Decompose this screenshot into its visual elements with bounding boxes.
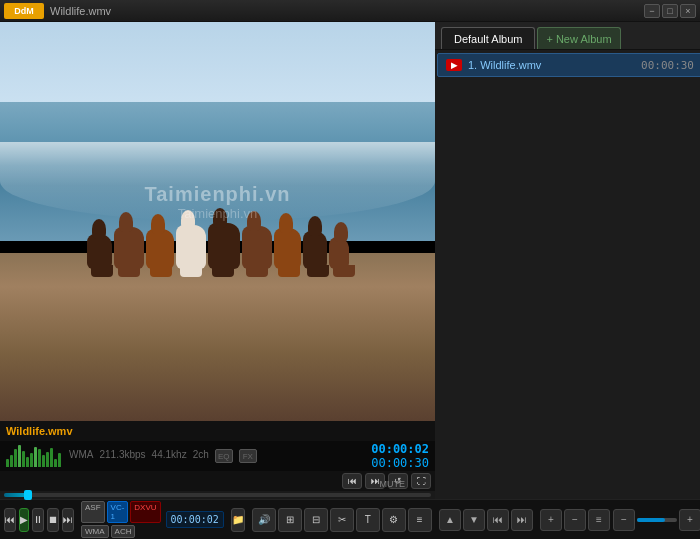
minimize-button[interactable]: − xyxy=(644,4,660,18)
extra-ctrl-group: 🔊 ⊞ ⊟ ✂ T ⚙ ≡ xyxy=(252,508,432,532)
horse-5 xyxy=(208,223,240,269)
right-panel: Default Album + New Album ▶ 1. Wildlife.… xyxy=(435,22,700,539)
mute-label: MUTE xyxy=(380,479,406,489)
ach-badge[interactable]: ACH xyxy=(111,525,136,538)
time-display-area: 00:00:02 00:00:30 xyxy=(371,442,429,470)
fullscreen-button[interactable]: ⛶ xyxy=(411,473,431,489)
vol-down-button[interactable]: − xyxy=(613,509,635,531)
spec-bar-7 xyxy=(30,453,33,467)
horse-8 xyxy=(303,231,327,269)
title-bar: DdM Wildlife.wmv − □ × xyxy=(0,0,700,22)
window-controls: − □ × xyxy=(644,4,696,18)
spec-bar-5 xyxy=(22,451,25,467)
total-time: 00:00:30 xyxy=(371,456,429,470)
playlist-area[interactable]: ▶ 1. Wildlife.wmv 00:00:30 xyxy=(435,50,700,499)
progress-fill xyxy=(4,493,30,497)
new-album-tab[interactable]: + New Album xyxy=(537,27,620,49)
zoom-btn[interactable]: ⊟ xyxy=(304,508,328,532)
last-button[interactable]: ⏭ xyxy=(511,509,533,531)
audio-btn[interactable]: 🔊 xyxy=(252,508,276,532)
move-down-button[interactable]: ▼ xyxy=(463,509,485,531)
controls-bar: ⏮ ▶ ⏸ ⏹ ⏭ ASF VC-1 DXVU WMA ACH 00:00:02… xyxy=(0,499,435,539)
spec-bar-2 xyxy=(10,455,13,467)
aspect-btn[interactable]: ⊞ xyxy=(278,508,302,532)
spectrum-visual xyxy=(6,445,61,467)
nav-controls: ▲ ▼ ⏮ ⏭ xyxy=(439,509,533,531)
vol-slider[interactable] xyxy=(637,518,677,522)
progress-area[interactable]: MUTE xyxy=(0,491,435,499)
info-bar: Wildlife.wmv xyxy=(0,421,435,441)
next-button[interactable]: ⏭ xyxy=(62,508,74,532)
horse-7 xyxy=(274,228,301,269)
playlist-item[interactable]: ▶ 1. Wildlife.wmv 00:00:30 xyxy=(437,53,700,77)
vol-fill xyxy=(637,518,665,522)
right-controls-group: + − ≡ xyxy=(540,509,610,531)
spec-bar-10 xyxy=(42,455,45,467)
time-counter: 00:00:02 xyxy=(166,511,224,528)
channels-label: 2ch xyxy=(193,449,209,463)
asf-badge[interactable]: ASF xyxy=(81,501,105,523)
vol-area: − + xyxy=(613,509,700,531)
horses-layer xyxy=(0,158,435,270)
sub-btn[interactable]: T xyxy=(356,508,380,532)
current-time: 00:00:02 xyxy=(371,442,429,456)
playlist-item-name: 1. Wildlife.wmv xyxy=(468,59,641,71)
app-logo: DdM xyxy=(4,3,44,19)
playlist-item-icon: ▶ xyxy=(446,59,462,71)
prev-button[interactable]: ⏮ xyxy=(4,508,16,532)
dxvu-badge[interactable]: DXVU xyxy=(130,501,160,523)
new-album-label: New Album xyxy=(556,33,612,45)
video-canvas xyxy=(0,22,435,421)
first-button[interactable]: ⏮ xyxy=(487,509,509,531)
playlist-item-duration: 00:00:30 xyxy=(641,59,694,72)
settings-btn[interactable]: ⚙ xyxy=(382,508,406,532)
fx-button[interactable]: FX xyxy=(239,449,257,463)
crop-btn[interactable]: ✂ xyxy=(330,508,354,532)
spec-bar-14 xyxy=(58,453,61,467)
wma-badge[interactable]: WMA xyxy=(81,525,109,538)
spec-bar-3 xyxy=(14,449,17,467)
track-title: Wildlife.wmv xyxy=(6,425,73,437)
move-up-button[interactable]: ▲ xyxy=(439,509,461,531)
playback-buttons-row: ⏮ ⏭ ↺ ⛶ xyxy=(0,471,435,491)
horse-4 xyxy=(176,225,206,269)
spec-bar-4 xyxy=(18,445,21,467)
spec-bar-9 xyxy=(38,449,41,467)
main-layout: Taimienphi.vn Taimienphi.vn Wildlife.wmv xyxy=(0,22,700,539)
new-album-plus: + xyxy=(546,33,552,45)
maximize-button[interactable]: □ xyxy=(662,4,678,18)
open-button[interactable]: 📁 xyxy=(231,508,245,532)
horse-3 xyxy=(146,229,174,269)
spec-bar-6 xyxy=(26,457,29,467)
play-button[interactable]: ▶ xyxy=(19,508,29,532)
samplerate-label: 44.1khz xyxy=(152,449,187,463)
vol-up-button[interactable]: + xyxy=(679,509,700,531)
video-background xyxy=(0,22,435,421)
pause-button[interactable]: ⏸ xyxy=(32,508,44,532)
spectrum-bar: WMA 211.3kbps 44.1khz 2ch EQ FX 00:00:02… xyxy=(0,441,435,471)
vc1-badge[interactable]: VC-1 xyxy=(107,501,129,523)
more-btn[interactable]: ≡ xyxy=(408,508,432,532)
horse-9 xyxy=(329,237,349,269)
horse-6 xyxy=(242,226,272,269)
add-track-button[interactable]: + xyxy=(540,509,562,531)
format-label: WMA xyxy=(69,449,93,463)
spec-bar-1 xyxy=(6,459,9,467)
format-badges: ASF VC-1 DXVU WMA ACH xyxy=(81,501,161,538)
remove-track-button[interactable]: − xyxy=(564,509,586,531)
stop-button[interactable]: ⏹ xyxy=(47,508,59,532)
spec-bar-13 xyxy=(54,459,57,467)
video-area[interactable]: Taimienphi.vn Taimienphi.vn xyxy=(0,22,435,421)
eq-button[interactable]: EQ xyxy=(215,449,233,463)
window-title: Wildlife.wmv xyxy=(50,5,111,17)
sand-layer xyxy=(0,253,435,421)
default-album-tab[interactable]: Default Album xyxy=(441,27,535,49)
spec-bar-11 xyxy=(46,452,49,467)
horse-1 xyxy=(87,234,112,269)
bitrate-label: 211.3kbps xyxy=(99,449,145,463)
close-button[interactable]: × xyxy=(680,4,696,18)
playlist-menu-button[interactable]: ≡ xyxy=(588,509,610,531)
prev-frame-button[interactable]: ⏮ xyxy=(342,473,362,489)
horse-2 xyxy=(114,227,144,269)
progress-track[interactable] xyxy=(4,493,431,497)
